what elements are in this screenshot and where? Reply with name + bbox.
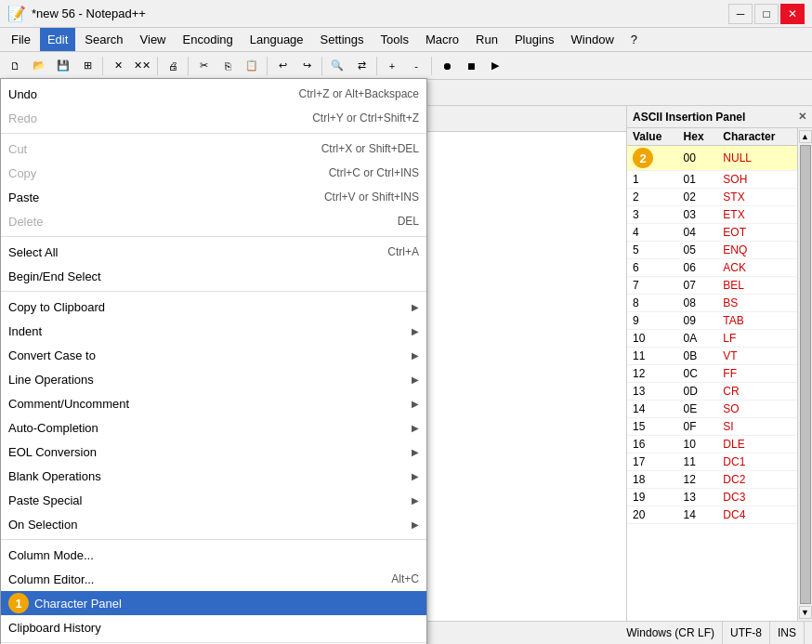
menu-search[interactable]: Search xyxy=(77,28,130,51)
menu-section-submenus: Copy to Clipboard ▶ Indent ▶ Convert Cas… xyxy=(1,292,426,540)
ascii-cell-hex: 06 xyxy=(678,259,718,277)
ascii-cell-hex: 01 xyxy=(678,171,718,189)
menu-view[interactable]: View xyxy=(133,28,174,51)
menu-item-columneditor[interactable]: Column Editor... Alt+C xyxy=(1,567,426,591)
ascii-scroll-up[interactable]: ▲ xyxy=(799,130,812,143)
minimize-button[interactable]: ─ xyxy=(728,4,753,24)
undo-button[interactable]: ↩ xyxy=(271,55,294,77)
menu-language[interactable]: Language xyxy=(242,28,311,51)
menu-edit[interactable]: Edit xyxy=(40,28,75,51)
menu-tools[interactable]: Tools xyxy=(373,28,416,51)
menu-help[interactable]: ? xyxy=(623,28,645,51)
menu-item-onselection[interactable]: On Selection ▶ xyxy=(1,512,426,536)
ascii-row[interactable]: 303ETX xyxy=(627,206,797,224)
menu-item-indent[interactable]: Indent ▶ xyxy=(1,319,426,343)
menu-label-lineops: Line Operations xyxy=(8,373,94,387)
open-button[interactable]: 📂 xyxy=(28,55,50,77)
ascii-row[interactable]: 101SOH xyxy=(627,171,797,189)
ascii-row[interactable]: 140ESO xyxy=(627,401,797,418)
menu-file[interactable]: File xyxy=(4,28,38,51)
redo-button[interactable]: ↪ xyxy=(295,55,318,77)
macro-play-button[interactable]: ▶ xyxy=(484,55,506,77)
ascii-row[interactable]: 404EOT xyxy=(627,224,797,242)
cut-button[interactable]: ✂ xyxy=(192,55,215,77)
ascii-row[interactable]: 200NULL xyxy=(627,146,797,171)
ascii-row[interactable]: 1711DC1 xyxy=(627,453,797,471)
menu-window[interactable]: Window xyxy=(564,28,622,51)
close-button[interactable]: ✕ xyxy=(780,4,805,24)
paste-button[interactable]: 📋 xyxy=(241,55,263,77)
menu-item-lineops[interactable]: Line Operations ▶ xyxy=(1,367,426,391)
ascii-row[interactable]: 110BVT xyxy=(627,348,797,365)
menu-bar: File Edit Search View Encoding Language … xyxy=(0,28,812,52)
ascii-table[interactable]: Value Hex Character 200NULL101SOH202STX3… xyxy=(627,128,797,621)
menu-item-selectall[interactable]: Select All Ctrl+A xyxy=(1,240,426,264)
menu-item-copy[interactable]: Copy Ctrl+C or Ctrl+INS xyxy=(1,161,426,185)
ascii-col-value: Value xyxy=(627,128,678,146)
ascii-row[interactable]: 130DCR xyxy=(627,383,797,401)
menu-item-cut[interactable]: Cut Ctrl+X or Shift+DEL xyxy=(1,137,426,161)
ascii-row[interactable]: 120CFF xyxy=(627,365,797,383)
ascii-scroll-down[interactable]: ▼ xyxy=(799,606,812,619)
ascii-scroll-thumb[interactable] xyxy=(800,145,811,604)
menu-item-characterpanel[interactable]: 1 Character Panel xyxy=(1,591,426,615)
ascii-row[interactable]: 707BEL xyxy=(627,277,797,295)
ascii-cell-value: 2 xyxy=(627,146,678,171)
menu-item-convertcase[interactable]: Convert Case to ▶ xyxy=(1,343,426,367)
ascii-cell-value: 3 xyxy=(627,206,678,224)
save-all-button[interactable]: ⊞ xyxy=(76,55,98,77)
menu-settings[interactable]: Settings xyxy=(313,28,372,51)
ascii-row[interactable]: 1913DC3 xyxy=(627,489,797,506)
ascii-row[interactable]: 606ACK xyxy=(627,259,797,277)
ascii-panel-body: Value Hex Character 200NULL101SOH202STX3… xyxy=(627,128,812,621)
ascii-row[interactable]: 808BS xyxy=(627,295,797,312)
menu-run[interactable]: Run xyxy=(468,28,505,51)
print-button[interactable]: 🖨 xyxy=(162,55,184,77)
menu-encoding[interactable]: Encoding xyxy=(176,28,241,51)
copy-button[interactable]: ⎘ xyxy=(216,55,239,77)
menu-item-delete[interactable]: Delete DEL xyxy=(1,209,426,233)
ascii-row[interactable]: 909TAB xyxy=(627,312,797,330)
window-title: *new 56 - Notepad++ xyxy=(32,7,146,20)
menu-item-redo[interactable]: Redo Ctrl+Y or Ctrl+Shift+Z xyxy=(1,106,426,130)
ascii-row[interactable]: 202STX xyxy=(627,189,797,206)
close-button-tb[interactable]: ✕ xyxy=(107,55,129,77)
replace-button[interactable]: ⇄ xyxy=(350,55,373,77)
ascii-row[interactable]: 100ALF xyxy=(627,330,797,348)
ascii-row[interactable]: 1812DC2 xyxy=(627,471,797,489)
menu-macro[interactable]: Macro xyxy=(418,28,466,51)
zoom-in-button[interactable]: + xyxy=(381,55,403,77)
ascii-cell-hex: 11 xyxy=(678,453,718,471)
save-button[interactable]: 💾 xyxy=(52,55,74,77)
menu-item-clipboardhistory[interactable]: Clipboard History xyxy=(1,615,426,639)
menu-shortcut-paste: Ctrl+V or Shift+INS xyxy=(324,191,419,204)
menu-item-copyclipboard[interactable]: Copy to Clipboard ▶ xyxy=(1,295,426,319)
menu-item-autocompletion[interactable]: Auto-Completion ▶ xyxy=(1,415,426,440)
new-button[interactable]: 🗋 xyxy=(4,55,26,77)
ascii-scrollbar[interactable]: ▲ ▼ xyxy=(797,128,812,621)
separator-5 xyxy=(321,57,322,75)
menu-item-columnmode[interactable]: Column Mode... xyxy=(1,543,426,567)
app-icon: 📝 xyxy=(7,5,26,22)
menu-item-beginendselect[interactable]: Begin/End Select xyxy=(1,264,426,288)
ascii-row[interactable]: 150FSI xyxy=(627,418,797,436)
menu-item-undo[interactable]: Undo Ctrl+Z or Alt+Backspace xyxy=(1,82,426,106)
menu-plugins[interactable]: Plugins xyxy=(507,28,562,51)
close-all-button[interactable]: ✕✕ xyxy=(131,55,153,77)
menu-item-blankops[interactable]: Blank Operations ▶ xyxy=(1,464,426,488)
zoom-out-button[interactable]: - xyxy=(405,55,427,77)
menu-item-pastespecial[interactable]: Paste Special ▶ xyxy=(1,488,426,512)
find-button[interactable]: 🔍 xyxy=(326,55,348,77)
menu-item-comment[interactable]: Comment/Uncomment ▶ xyxy=(1,391,426,415)
ascii-panel-close-icon[interactable]: ✕ xyxy=(798,111,806,123)
maximize-button[interactable]: □ xyxy=(754,4,779,24)
macro-stop-button[interactable]: ⏹ xyxy=(460,55,482,77)
menu-item-eolconversion[interactable]: EOL Conversion ▶ xyxy=(1,440,426,464)
macro-record-button[interactable]: ⏺ xyxy=(436,55,458,77)
ascii-cell-value: 5 xyxy=(627,242,678,259)
ascii-row[interactable]: 2014DC4 xyxy=(627,506,797,524)
menu-item-paste[interactable]: Paste Ctrl+V or Shift+INS xyxy=(1,185,426,209)
ascii-row[interactable]: 505ENQ xyxy=(627,242,797,259)
ascii-row[interactable]: 1610DLE xyxy=(627,436,797,453)
menu-label-beginendselect: Begin/End Select xyxy=(8,269,101,283)
